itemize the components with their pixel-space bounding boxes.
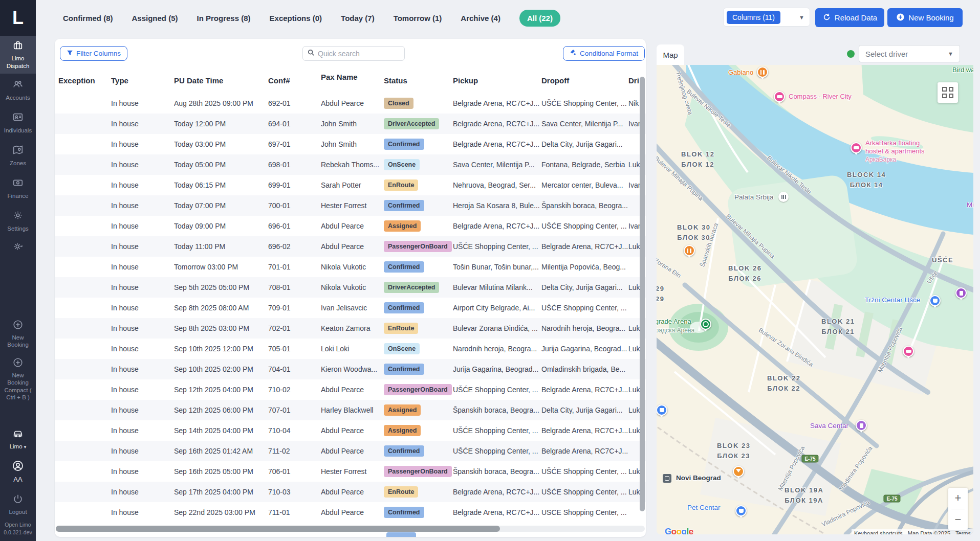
tab-all[interactable]: All (22) [519, 10, 560, 27]
col-exception[interactable]: Exception [58, 76, 111, 85]
table-row[interactable]: In houseToday 06:15 PM699-01Sarah Potter… [55, 175, 646, 195]
table-row[interactable]: In houseSep 8th 2025 08:00 AM709-01Ivan … [55, 298, 646, 318]
tab-today[interactable]: Today (7) [341, 14, 375, 22]
map-label-palata-srbija[interactable]: Palata Srbija [734, 193, 774, 201]
logout-button[interactable]: Logout [0, 488, 36, 521]
col-status[interactable]: Status [384, 76, 453, 85]
map-label-belgrade-arena[interactable]: Belgrade Arena [657, 318, 691, 325]
map-label-museum[interactable]: Mu [967, 201, 973, 209]
map-label-novi-beograd[interactable]: Novi Beograd [676, 474, 721, 482]
map-label-compass[interactable]: Compass - River City [789, 93, 852, 101]
table-row[interactable]: In houseToday 05:00 PM698-01Rebekah Thom… [55, 154, 646, 175]
tab-archive[interactable]: Archive (4) [461, 14, 500, 22]
table-row[interactable]: In houseSep 14th 2025 04:00 PM710-04Abdu… [55, 420, 646, 441]
map-fullscreen-button[interactable] [938, 82, 958, 103]
keyboard-shortcuts-link[interactable]: Keyboard shortcuts [852, 529, 905, 534]
horizontal-scrollbar[interactable] [56, 526, 645, 532]
table-row[interactable]: In houseSep 12th 2025 06:00 PM707-01Harl… [55, 400, 646, 420]
table-row[interactable]: In houseSep 16th 2025 01:42 AM711-02Abdu… [55, 441, 646, 461]
sidebar-item-limo-dispatch[interactable]: Limo Dispatch [0, 36, 36, 74]
shopping-pin[interactable] [929, 295, 941, 306]
transit-station-icon[interactable] [663, 474, 671, 483]
cell-type: In house [111, 406, 174, 414]
columns-dropdown[interactable]: Columns (11) ▼ [723, 8, 810, 27]
tab-in-progress[interactable]: In Progress (8) [197, 14, 251, 22]
filter-columns-button[interactable]: Filter Columns [60, 46, 127, 61]
cell-type: In house [111, 140, 174, 148]
vertical-scrollbar[interactable] [640, 72, 645, 524]
tab-assigned[interactable]: Assigned (5) [132, 14, 178, 22]
table-row[interactable]: In houseSep 10th 2025 12:00 PM705-01Loki… [55, 339, 646, 359]
map-label-gabiano[interactable]: Gabiano [728, 69, 753, 76]
table-row[interactable]: In houseToday 03:00 PM697-01John SmithCo… [55, 134, 646, 154]
cell-dropoff: Delta City, Jurija Gagari... [541, 140, 628, 148]
hotel-pin[interactable] [774, 91, 785, 102]
table-row[interactable]: In houseSep 17th 2025 04:00 PM710-03Abdu… [55, 482, 646, 502]
terms-link[interactable]: Terms [953, 529, 973, 534]
map-label-arkabarka[interactable]: ArkaBarka floating hostel & apartments А… [865, 139, 925, 164]
tab-map[interactable]: Map [657, 44, 684, 65]
table-row[interactable]: In houseSep 12th 2025 04:00 PM710-02Abdu… [55, 379, 646, 400]
map-label-sava-centar[interactable]: Sava Centar [810, 422, 848, 430]
sidebar-item-settings[interactable]: Settings [0, 205, 36, 237]
map[interactable]: Gabiano Compass - River City Bird watch … [657, 65, 973, 534]
map-label-bird-watch[interactable]: Bird watch [952, 66, 973, 74]
app-logo[interactable]: L [0, 0, 36, 36]
col-pickup[interactable]: Pickup [453, 76, 541, 85]
table-row[interactable]: In houseSep 22nd 2025 03:00 PM711-01Abdu… [55, 502, 646, 523]
conditional-format-button[interactable]: Conditional Format [563, 46, 645, 61]
restaurant-pin[interactable] [684, 245, 695, 256]
tab-tomorrow[interactable]: Tomorrow (1) [394, 14, 442, 22]
col-dropoff[interactable]: Dropoff [541, 76, 628, 85]
cell-dropoff: Delta City, Jurija Gagari... [541, 283, 628, 291]
select-driver-dropdown[interactable]: Select driver ▼ [859, 45, 960, 62]
sidebar-item-individuals[interactable]: Individuals [0, 106, 36, 139]
sidebar-new-booking-compact[interactable]: New Booking Compact ( Ctrl + B ) [0, 353, 36, 405]
user-avatar[interactable]: AA [0, 456, 36, 488]
sidebar-item-finance[interactable]: Finance [0, 172, 36, 205]
quick-search[interactable] [302, 46, 405, 61]
zoom-out-button[interactable]: − [948, 509, 968, 530]
cell-status: DriverAccepted [384, 118, 453, 129]
shopping-pin[interactable] [657, 404, 667, 416]
map-label-trzni-centar[interactable]: Tržni Centar Ušće [865, 296, 920, 304]
zoom-in-button[interactable]: + [948, 488, 968, 509]
table-row[interactable]: In houseToday 09:00 PM696-01Abdul Pearce… [55, 216, 646, 236]
table-row[interactable]: In houseToday 12:00 PM694-01John SmithDr… [55, 114, 646, 134]
stadium-pin[interactable] [700, 319, 711, 330]
map-label-pet-centar[interactable]: Pet Centar [687, 504, 721, 511]
tab-exceptions[interactable]: Exceptions (0) [270, 14, 322, 22]
restaurant-pin[interactable] [757, 66, 768, 78]
table-row[interactable]: In houseTomorrow 03:00 PM701-01Nikola Vu… [55, 257, 646, 277]
table-row[interactable]: In houseAug 28th 2025 09:00 PM692-01Abdu… [55, 93, 646, 114]
table-row[interactable]: In houseToday 11:00 PM696-02Abdul Pearce… [55, 236, 646, 257]
table-row[interactable]: In houseSep 10th 2025 02:00 PM704-01Kier… [55, 359, 646, 379]
search-input[interactable] [318, 50, 400, 58]
table-row[interactable]: In houseSep 8th 2025 03:00 PM702-01Keato… [55, 318, 646, 339]
cell-status: Confirmed [384, 139, 453, 150]
cell-pax: Loki Loki [321, 345, 384, 353]
venue-pin[interactable] [856, 420, 867, 431]
sidebar-new-booking[interactable]: New Booking [0, 315, 36, 353]
col-conf[interactable]: Conf# [268, 76, 321, 85]
hotel-pin[interactable] [851, 142, 862, 153]
table-row[interactable]: In houseSep 16th 2025 05:00 PM706-01Hest… [55, 461, 646, 482]
shopping-pin[interactable] [735, 505, 747, 516]
table-row[interactable]: In houseToday 07:00 PM700-01Hester Forre… [55, 195, 646, 216]
col-pu-date-time[interactable]: PU Date Time [174, 76, 268, 85]
hotel-pin[interactable] [903, 346, 914, 357]
reload-data-button[interactable]: Reload Data [815, 8, 884, 27]
col-pax-name[interactable]: Pax Name [321, 73, 384, 81]
limo-menu[interactable]: Limo ▾ [0, 423, 36, 456]
new-booking-button[interactable]: New Booking [887, 8, 963, 27]
sidebar-item-zones[interactable]: Zones [0, 139, 36, 172]
tab-confirmed[interactable]: Confirmed (8) [63, 14, 113, 22]
col-type[interactable]: Type [111, 76, 174, 85]
bar-pin[interactable] [733, 466, 744, 477]
poi-pin[interactable] [955, 287, 967, 299]
landmark-icon[interactable] [778, 192, 789, 202]
cell-conf: 707-01 [268, 406, 321, 414]
theme-toggle[interactable] [0, 237, 36, 259]
table-row[interactable]: In houseSep 5th 2025 05:00 PM708-01Nikol… [55, 277, 646, 298]
sidebar-item-accounts[interactable]: Accounts [0, 74, 36, 106]
